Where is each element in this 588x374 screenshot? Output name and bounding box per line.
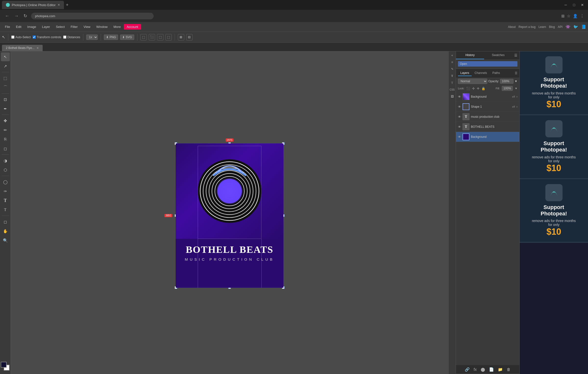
layer-name-bb[interactable]: BOTHELL BEATS — [471, 125, 517, 129]
history-item-open[interactable]: Open — [458, 61, 517, 67]
lock-move-icon[interactable]: ✛ — [477, 87, 479, 90]
menu-window[interactable]: Window — [93, 24, 110, 30]
tool-eyedropper[interactable]: ✒ — [1, 104, 10, 113]
tool-gradient[interactable]: ◑ — [1, 156, 10, 165]
menu-filter[interactable]: Filter — [68, 24, 81, 30]
tool-lasso[interactable]: ⌒ — [1, 83, 10, 92]
tool-fill[interactable]: ⬡ — [1, 165, 10, 174]
mini-history-icon[interactable]: ≡ — [449, 59, 455, 65]
bookmark-icon[interactable]: ☆ — [567, 14, 570, 18]
tool-zoom[interactable]: 🔍 — [1, 236, 10, 245]
layer-trash-btn[interactable]: 🗑 — [507, 367, 511, 372]
blog-link[interactable]: Blog — [549, 25, 555, 29]
layer-arrow-shape1[interactable]: › — [516, 105, 517, 108]
layer-item-background-bg[interactable]: 👁 Background — [456, 132, 519, 142]
menu-edit[interactable]: Edit — [13, 24, 24, 30]
mini-edit-icon[interactable]: ✎ — [449, 66, 455, 72]
auto-select-label[interactable]: Auto-Select — [11, 35, 31, 39]
tool-brush[interactable]: ✏ — [1, 126, 10, 134]
align-center-h-btn[interactable]: ⬛ — [149, 34, 155, 40]
tab-channels[interactable]: Channels — [472, 70, 490, 76]
tab-paths[interactable]: Paths — [490, 70, 502, 76]
blend-mode-select[interactable]: Normal — [458, 79, 487, 84]
tool-hand[interactable]: ✋ — [1, 227, 10, 235]
transform-controls-label[interactable]: Transform controls — [33, 35, 61, 39]
menu-image[interactable]: Image — [24, 24, 39, 30]
menu-account[interactable]: Account — [124, 24, 141, 30]
transform-controls-checkbox[interactable] — [33, 35, 36, 39]
minimize-button[interactable]: ─ — [562, 1, 569, 9]
refresh-button[interactable]: ↻ — [23, 12, 28, 20]
lock-all-icon[interactable]: 🔒 — [481, 87, 485, 90]
mini-image-icon[interactable]: 🖼 — [449, 94, 455, 99]
layer-name-background-img[interactable]: Background — [471, 95, 511, 98]
layer-link-btn[interactable]: 🔗 — [465, 367, 470, 372]
layer-eye-background-img[interactable]: 👁 — [458, 95, 461, 99]
layer-arrow-background-img[interactable]: › — [516, 95, 517, 98]
layer-folder-btn[interactable]: 📁 — [498, 367, 503, 372]
extensions-icon[interactable]: ⊞ — [561, 14, 564, 18]
menu-view[interactable]: View — [81, 24, 93, 30]
tool-shape[interactable]: ◻ — [1, 217, 10, 226]
tool-crop[interactable]: ⊡ — [1, 95, 10, 104]
layer-new-btn[interactable]: 📄 — [489, 367, 494, 372]
forward-button[interactable]: → — [13, 12, 20, 20]
layer-eye-bb[interactable]: 👁 — [458, 125, 461, 129]
doc-tab-active[interactable]: 2 Bothell Beats Flye... ✕ — [2, 45, 43, 51]
maximize-button[interactable]: □ — [570, 1, 578, 9]
api-link[interactable]: API — [558, 25, 563, 29]
align-left-btn[interactable]: ⬚ — [140, 34, 147, 40]
align-top-btn[interactable]: ⬚ — [165, 34, 172, 40]
distribute-btn[interactable]: ⊞ — [178, 34, 184, 40]
layer-item-background-img[interactable]: 👁 Background eff › — [456, 92, 519, 102]
layer-eye-shape1[interactable]: 👁 — [458, 105, 461, 109]
layer-effect-btn[interactable]: fx — [474, 367, 477, 372]
menu-icon[interactable]: ⋮ — [580, 14, 584, 18]
tool-select[interactable]: ↖ — [1, 52, 10, 61]
learn-link[interactable]: Learn — [539, 25, 546, 29]
new-tab-button[interactable]: + — [64, 2, 71, 8]
reddit-icon[interactable]: 👾 — [565, 24, 570, 29]
mini-css-icon[interactable]: CSS — [449, 87, 455, 93]
layer-item-shape1[interactable]: 👁 Shape 1 eff › — [456, 102, 519, 112]
align-right-btn[interactable]: ⬚ — [157, 34, 163, 40]
layer-eye-background-bg[interactable]: 👁 — [458, 135, 461, 139]
tool-text[interactable]: T — [1, 196, 10, 205]
tab-layers[interactable]: Layers — [458, 70, 472, 76]
doc-tab-close-btn[interactable]: ✕ — [37, 47, 39, 50]
close-window-button[interactable]: ✕ — [579, 1, 586, 9]
tab-swatches[interactable]: Swatches — [484, 51, 512, 59]
auto-select-checkbox[interactable] — [11, 35, 14, 39]
canvas-area[interactable]: 2975 3850 — [11, 51, 448, 374]
layers-menu-btn[interactable]: ☰ — [515, 71, 517, 75]
mini-collapse-btn[interactable]: « — [449, 52, 455, 58]
fill-input[interactable] — [502, 86, 513, 91]
layer-eff-shape1[interactable]: eff — [512, 105, 515, 108]
mini-text-icon[interactable]: T — [449, 73, 455, 79]
about-link[interactable]: About — [508, 25, 515, 29]
report-bug-link[interactable]: Report a bug — [519, 25, 536, 29]
history-menu-btn[interactable]: ☰ — [512, 51, 519, 59]
tool-dodge[interactable]: ◯ — [1, 177, 10, 186]
foreground-color[interactable] — [1, 362, 7, 368]
address-input[interactable] — [31, 13, 154, 19]
layer-item-bb[interactable]: 👁 T BOTHELL BEATS — [456, 122, 519, 132]
facebook-icon[interactable]: 📘 — [581, 24, 586, 29]
tool-direct-select[interactable]: ↗ — [1, 62, 10, 70]
layer-name-shape1[interactable]: Shape 1 — [471, 105, 511, 108]
layer-mask-btn[interactable]: ⬤ — [481, 367, 485, 372]
layer-name-mpc[interactable]: music production club — [471, 115, 517, 118]
opacity-arrow[interactable]: ▼ — [514, 80, 517, 83]
distances-checkbox[interactable] — [63, 35, 66, 39]
tool-paragraph-text[interactable]: T — [1, 205, 10, 214]
zoom-select[interactable]: 1x — [86, 35, 98, 40]
svg-export-btn[interactable]: ⬇ SVG — [120, 35, 134, 40]
tool-marquee[interactable]: ⬚ — [1, 74, 10, 82]
mini-text2-icon[interactable]: T — [449, 80, 455, 86]
tool-stamp[interactable]: ⎘ — [1, 135, 10, 144]
menu-layer[interactable]: Layer — [39, 24, 53, 30]
tab-history[interactable]: History — [456, 51, 484, 59]
menu-more[interactable]: More — [110, 24, 124, 30]
png-export-btn[interactable]: ⬇ PNG — [104, 35, 118, 40]
layer-eye-mpc[interactable]: 👁 — [458, 115, 461, 119]
